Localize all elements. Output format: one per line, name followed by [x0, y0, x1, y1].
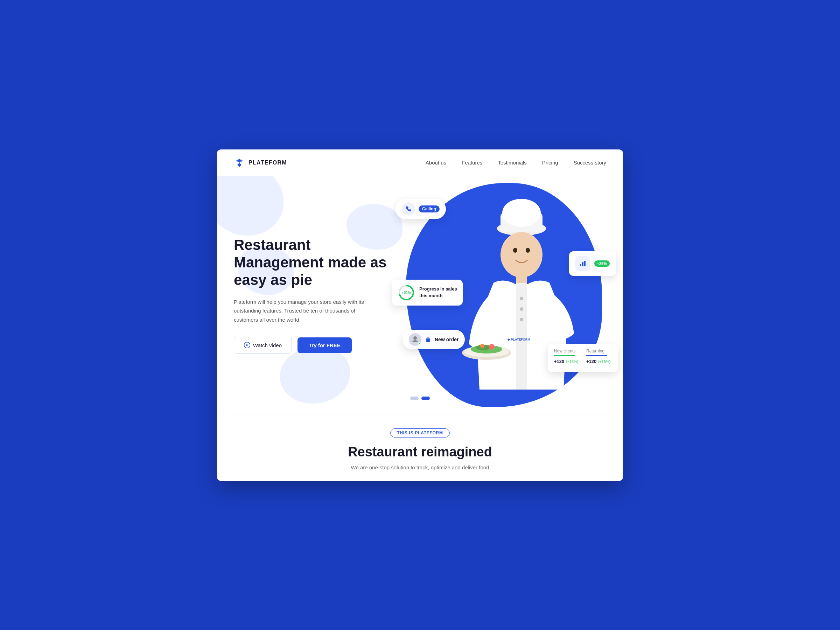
progress-text: Progress in sales this month [419, 286, 457, 298]
blob-top-left [217, 176, 284, 235]
watch-video-button[interactable]: Watch video [234, 337, 292, 354]
logo: PLATEFORM [234, 157, 287, 168]
section-title: Restaurant reimagined [234, 445, 606, 459]
nav-item-pricing[interactable]: Pricing [542, 159, 558, 166]
section-below: THIS IS PLATEFORM Restaurant reimagined … [217, 414, 623, 481]
new-order-avatar [409, 333, 422, 346]
svg-point-13 [520, 307, 523, 311]
slider-dots [410, 396, 430, 407]
svg-rect-24 [584, 261, 586, 266]
chart-icon [579, 260, 587, 267]
hero-right-content: ◆ PLATEFORM [385, 176, 623, 414]
stats-card: +25% [569, 251, 616, 276]
returning-clients-value: +120 [586, 359, 597, 364]
chef-svg: ◆ PLATEFORM [452, 194, 592, 411]
returning-clients-label: Returning [586, 349, 611, 354]
svg-point-9 [526, 248, 530, 253]
logo-icon [234, 157, 245, 168]
nav-menu: About us Features Testimonials Pricing S… [426, 159, 606, 166]
stats-badge: +25% [594, 261, 610, 267]
svg-point-14 [520, 318, 523, 321]
svg-point-20 [489, 344, 494, 350]
slider-dot-1[interactable] [410, 396, 418, 400]
svg-point-27 [413, 336, 417, 340]
hero-left-content: Restaurant Management made as easy as pi… [234, 229, 402, 354]
nav-item-about[interactable]: About us [426, 159, 446, 166]
new-order-label: New order [435, 337, 458, 342]
play-icon [244, 342, 250, 348]
new-clients-value: +120 [554, 359, 564, 364]
hero-section: Restaurant Management made as easy as pi… [217, 176, 623, 414]
online-indicator [418, 342, 422, 346]
progress-percent: +21% [402, 291, 411, 294]
nav-item-testimonials[interactable]: Testimonials [498, 159, 527, 166]
hero-buttons: Watch video Try for FREE [234, 337, 402, 354]
returning-clients-col: Returning +120 (+15%) [586, 349, 611, 364]
chef-illustration: ◆ PLATEFORM [441, 176, 602, 411]
logo-label: PLATEFORM [248, 159, 287, 166]
clients-row: New clients +120 (+15%) Returning +120 (… [554, 349, 611, 364]
svg-point-0 [236, 159, 238, 162]
new-clients-bar [554, 355, 575, 356]
new-clients-pct: (+15%) [566, 360, 579, 364]
bag-icon [425, 336, 431, 343]
svg-text:◆ PLATEFORM: ◆ PLATEFORM [507, 338, 530, 341]
svg-rect-23 [582, 262, 583, 266]
svg-point-12 [520, 297, 523, 300]
svg-marker-3 [246, 344, 248, 346]
svg-rect-22 [580, 264, 581, 266]
new-order-card: New order [403, 330, 465, 349]
nav-item-features[interactable]: Features [462, 159, 482, 166]
navbar: PLATEFORM About us Features Testimonials… [217, 150, 623, 176]
hero-title: Restaurant Management made as easy as pi… [234, 236, 402, 289]
try-free-button[interactable]: Try for FREE [297, 337, 352, 353]
clients-card: New clients +120 (+15%) Returning +120 (… [548, 344, 618, 372]
chart-icon-wrap [575, 256, 590, 271]
svg-point-6 [502, 199, 541, 227]
section-tag: THIS IS PLATEFORM [390, 428, 449, 437]
calling-badge: Calling [418, 205, 440, 212]
calling-card: Calling [395, 199, 446, 219]
section-subtitle: We are one-stop solution to track, optim… [234, 464, 606, 471]
returning-clients-bar [586, 355, 607, 356]
calling-icon [402, 202, 415, 216]
progress-card: +21% Progress in sales this month [392, 279, 463, 306]
blob-bottom-left [280, 347, 350, 404]
svg-point-1 [240, 159, 243, 162]
svg-point-8 [513, 248, 517, 253]
new-clients-label: New clients [554, 349, 579, 354]
svg-point-7 [501, 232, 543, 278]
svg-rect-28 [426, 338, 430, 342]
svg-point-21 [480, 344, 485, 348]
returning-clients-pct: (+15%) [598, 360, 611, 364]
new-clients-col: New clients +120 (+15%) [554, 349, 579, 364]
phone-icon [405, 205, 412, 212]
slider-dot-2[interactable] [422, 396, 430, 400]
hero-subtitle: Plateform will help you manage your stor… [234, 297, 374, 324]
nav-item-success[interactable]: Success story [574, 159, 606, 166]
